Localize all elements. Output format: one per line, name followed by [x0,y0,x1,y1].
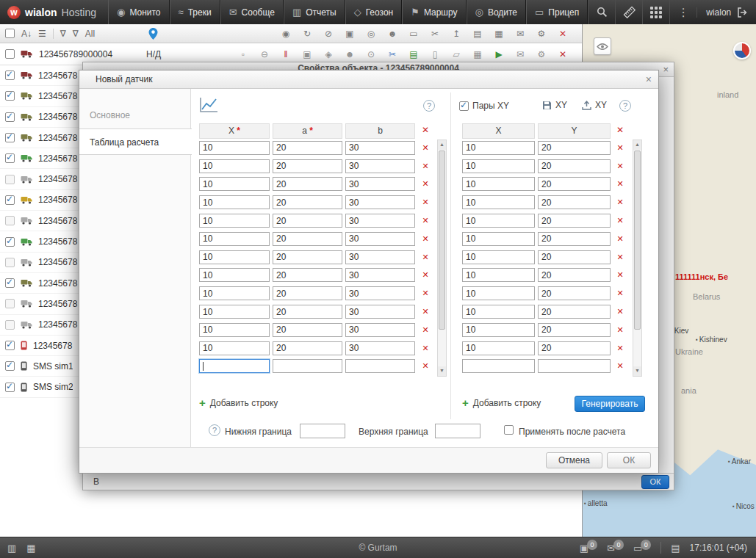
left-cell-r9c2[interactable] [273,286,342,300]
left-cell-r2c3[interactable] [345,159,415,173]
right-row-delete-button[interactable]: ✕ [613,289,627,298]
apply-after-checkbox[interactable] [504,425,514,435]
unit-command-icon[interactable]: ⊖ [259,50,270,59]
left-cell-r9c1[interactable] [199,286,270,300]
dialog-close-icon[interactable]: × [646,73,652,85]
right-cell-r13c1[interactable] [462,359,535,373]
column-tools-icon[interactable]: ✂ [429,29,441,38]
upper-bound-input[interactable] [435,424,480,438]
unit-monitor-icon[interactable]: ▣ [301,50,313,59]
unit-checkbox[interactable] [5,278,15,288]
right-table-scrollbar[interactable]: ▲ ▼ [633,140,642,377]
left-row-delete-button[interactable]: ✕ [418,270,433,280]
user-menu[interactable]: wialon [696,7,756,18]
right-clear-all-button[interactable]: ✕ [613,123,627,139]
right-row-delete-button[interactable]: ✕ [613,361,627,371]
left-cell-r5c3[interactable] [345,214,415,228]
right-cell-r5c2[interactable] [538,214,611,228]
sort-icon[interactable]: A↓ [21,29,32,39]
right-cell-r12c2[interactable] [538,341,611,355]
left-cell-r8c2[interactable] [273,268,342,282]
left-cell-r3c1[interactable] [199,177,270,191]
left-cell-r6c3[interactable] [345,232,415,246]
column-driver-icon[interactable]: ☻ [386,29,398,38]
column-messages-icon[interactable]: ✉ [514,29,526,38]
column-settings-icon[interactable]: ⚙ [536,29,547,38]
right-row-delete-button[interactable]: ✕ [613,234,627,244]
right-cell-r3c2[interactable] [538,177,611,191]
generate-button[interactable]: Генерировать [575,396,645,412]
unit-folder-icon[interactable]: ▱ [450,50,462,59]
vehicles-counter[interactable]: ▭0 [633,543,651,554]
left-cell-r7c2[interactable] [273,250,342,264]
xy-pairs-toggle[interactable]: Пары XY [459,101,509,111]
unit-checkbox[interactable] [5,175,15,184]
unit-wrench-icon[interactable]: ⚙ [536,50,547,59]
unit-delete-icon[interactable]: ✕ [557,50,569,59]
left-row-delete-button[interactable]: ✕ [418,216,433,225]
right-cell-r1c1[interactable] [462,141,535,155]
properties-ok-button[interactable]: ОК [641,475,669,489]
right-row-delete-button[interactable]: ✕ [613,344,627,353]
left-cell-r13c1[interactable] [199,359,270,373]
unit-checkbox[interactable] [5,153,15,163]
ok-button[interactable]: ОК [607,452,651,468]
right-row-delete-button[interactable]: ✕ [613,307,627,316]
left-cell-r5c2[interactable] [273,214,342,228]
unit-checkbox[interactable] [5,195,15,205]
left-cell-r3c3[interactable] [345,177,415,191]
left-cell-r13c2[interactable] [273,359,342,373]
left-cell-r7c3[interactable] [345,250,415,264]
unit-image-icon[interactable]: ▦ [472,50,483,59]
left-row-delete-button[interactable]: ✕ [418,307,433,316]
chart-view-button[interactable] [199,97,218,115]
right-row-delete-button[interactable]: ✕ [613,270,627,280]
tab-routes[interactable]: ⚑Маршру [402,0,466,24]
unit-checkbox[interactable] [5,341,15,350]
left-cell-r10c1[interactable] [199,305,270,319]
right-row-delete-button[interactable]: ✕ [613,179,627,189]
left-add-row-button[interactable]: + Добавить строку [199,397,278,408]
right-row-delete-button[interactable]: ✕ [613,198,627,207]
left-cell-r11c2[interactable] [273,323,342,337]
right-row-delete-button[interactable]: ✕ [613,162,627,171]
left-row-delete-button[interactable]: ✕ [418,325,433,335]
right-cell-r2c2[interactable] [538,159,611,173]
unit-checkbox[interactable] [5,383,15,392]
column-web-icon[interactable]: ◎ [365,29,377,38]
left-cell-r8c1[interactable] [199,268,270,282]
unit-blank-icon[interactable]: ▫ [237,50,249,59]
unit-play-icon[interactable]: ▶ [493,50,505,59]
xy-pairs-checkbox[interactable] [459,101,469,111]
right-cell-r6c1[interactable] [462,232,535,246]
help-icon-right[interactable]: ? [619,100,631,112]
cancel-button[interactable]: Отмена [546,452,602,468]
left-cell-r7c1[interactable] [199,250,270,264]
left-row-delete-button[interactable]: ✕ [418,361,433,371]
right-cell-r8c1[interactable] [462,268,535,282]
save-xy-button[interactable]: XY [542,100,567,110]
unit-checkbox[interactable] [5,237,15,247]
brand[interactable]: w wialonHosting [0,0,108,24]
unit-checkbox[interactable] [5,299,15,308]
scroll-thumb[interactable] [439,151,445,330]
right-cell-r13c2[interactable] [538,359,611,373]
right-cell-r9c1[interactable] [462,286,535,300]
unit-header-checkbox[interactable] [5,49,15,59]
column-block-icon[interactable]: ⊘ [323,29,334,38]
left-cell-r12c1[interactable] [199,341,270,355]
left-cell-r9c3[interactable] [345,286,415,300]
filter-all-label[interactable]: All [85,29,95,39]
right-cell-r2c1[interactable] [462,159,535,173]
right-row-delete-button[interactable]: ✕ [613,143,627,153]
unit-signal-icon[interactable]: ‖ [280,50,292,59]
properties-close-icon[interactable]: × [663,64,669,75]
scroll-up-icon[interactable]: ▲ [438,140,446,150]
help-icon-bounds[interactable]: ? [209,424,220,436]
left-row-delete-button[interactable]: ✕ [418,289,433,298]
unit-checkbox[interactable] [5,70,15,80]
left-cell-r4c3[interactable] [345,195,415,209]
unit-checkbox[interactable] [5,320,15,330]
tab-drivers[interactable]: ◎Водите [467,0,527,24]
left-cell-r6c1[interactable] [199,232,270,246]
